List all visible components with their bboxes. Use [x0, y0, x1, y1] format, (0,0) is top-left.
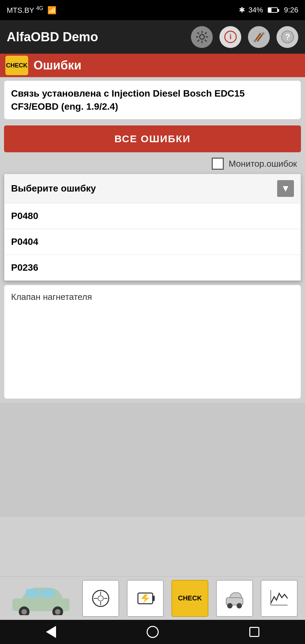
dropdown-placeholder: Выберите ошибку — [11, 183, 277, 194]
status-right: ✱ 34% 9:26 — [239, 6, 298, 14]
dropdown-header[interactable]: Выберите ошибку ▼ — [4, 174, 301, 203]
info-icon: i — [224, 31, 237, 43]
chart-icon — [269, 588, 289, 608]
gauge-icon — [91, 588, 111, 608]
svg-point-14 — [262, 32, 264, 35]
svg-line-5 — [197, 32, 199, 34]
bottom-spacer — [0, 403, 305, 517]
svg-text:?: ? — [285, 32, 290, 41]
check-tab[interactable]: CHECK — [171, 580, 208, 617]
all-errors-button[interactable]: ВСЕ ОШИБКИ — [4, 125, 301, 152]
dropdown-item-p0404[interactable]: P0404 — [4, 229, 301, 255]
gear-icon — [195, 30, 209, 44]
recents-icon — [249, 627, 259, 637]
gauge-tab[interactable] — [82, 580, 119, 617]
bottom-tab-bar: CHECK — [0, 576, 305, 620]
engine-tab[interactable] — [216, 580, 253, 617]
section-header: CHECK Ошибки — [0, 54, 305, 77]
svg-line-7 — [205, 32, 206, 34]
chart-tab[interactable] — [261, 580, 298, 617]
dropdown-item-p0236[interactable]: P0236 — [4, 255, 301, 280]
battery-percent: 34% — [248, 6, 263, 14]
svg-point-21 — [21, 609, 27, 614]
help-button[interactable]: ? — [276, 26, 298, 48]
svg-line-8 — [197, 40, 199, 42]
battery-icon — [268, 7, 278, 13]
svg-point-13 — [254, 40, 256, 42]
svg-point-35 — [237, 603, 242, 608]
recents-button[interactable] — [241, 622, 268, 642]
dropdown-container: Выберите ошибку ▼ P0480 P0404 P0236 — [4, 174, 301, 281]
status-bar: MTS.BY 4G 📶 ✱ 34% 9:26 — [0, 0, 305, 20]
connection-text: Связь установлена с Injection Diesel Bos… — [11, 88, 245, 112]
app-title: AlfaOBD Demo — [7, 30, 184, 44]
description-box: Клапан нагнетателя — [4, 285, 301, 399]
check-tab-label: CHECK — [178, 594, 202, 602]
monitor-checkbox[interactable] — [212, 158, 224, 170]
time-display: 9:26 — [284, 6, 298, 14]
svg-point-25 — [98, 596, 103, 601]
description-text: Клапан нагнетателя — [11, 292, 92, 302]
dropdown-arrow-button[interactable]: ▼ — [277, 180, 294, 197]
home-icon — [147, 626, 159, 638]
battery-tab[interactable] — [127, 580, 164, 617]
dropdown-wrapper: Выберите ошибку ▼ P0480 P0404 P0236 — [4, 174, 301, 281]
car-image-tab[interactable] — [7, 580, 74, 617]
section-title: Ошибки — [34, 58, 82, 72]
engine-icon — [224, 588, 245, 608]
svg-point-34 — [227, 603, 233, 608]
monitor-row: Монитор.ошибок — [0, 155, 305, 172]
svg-marker-32 — [141, 594, 149, 604]
dropdown-item-p0480[interactable]: P0480 — [4, 203, 301, 229]
svg-text:i: i — [229, 33, 231, 41]
svg-rect-18 — [26, 589, 39, 597]
tools-button[interactable] — [248, 26, 270, 48]
home-button[interactable] — [139, 622, 166, 642]
svg-rect-19 — [41, 589, 54, 597]
connection-info: Связь установлена с Injection Diesel Bos… — [4, 80, 301, 119]
back-icon — [46, 626, 56, 638]
monitor-label: Монитор.ошибок — [228, 159, 297, 169]
help-icon: ? — [281, 30, 294, 44]
main-content: CHECK Ошибки Связь установлена с Injecti… — [0, 54, 305, 576]
svg-point-0 — [200, 35, 204, 39]
svg-line-6 — [205, 40, 206, 42]
car-svg — [9, 582, 73, 615]
check-badge: CHECK — [5, 56, 28, 75]
svg-rect-31 — [153, 596, 155, 601]
gear-button[interactable] — [191, 26, 213, 48]
bluetooth-icon: ✱ — [239, 6, 245, 14]
svg-point-23 — [55, 609, 60, 614]
battery-charge-icon — [135, 588, 155, 608]
tools-icon — [252, 30, 266, 44]
app-header: AlfaOBD Demo i — [0, 20, 305, 54]
info-button[interactable]: i — [219, 26, 241, 48]
back-button[interactable] — [38, 622, 64, 642]
carrier-signal: MTS.BY 4G 📶 — [7, 5, 56, 15]
nav-bar — [0, 620, 305, 644]
